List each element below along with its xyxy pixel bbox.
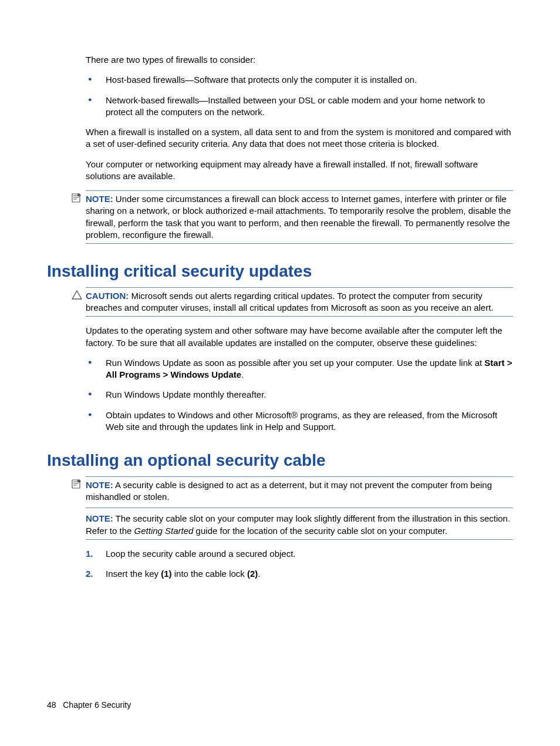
- note-1: NOTE: A security cable is designed to ac…: [86, 477, 513, 506]
- note-icon: [72, 479, 82, 489]
- body-text: Your computer or networking equipment ma…: [86, 159, 513, 183]
- list-text: .: [241, 369, 244, 379]
- note-body: A security cable is designed to act as a…: [86, 480, 492, 502]
- page-number: 48: [47, 700, 56, 710]
- note-icon: [72, 193, 82, 203]
- security-cable-body: NOTE: A security cable is designed to ac…: [86, 476, 513, 580]
- page-footer: 48 Chapter 6 Security: [47, 700, 131, 711]
- firewall-intro: There are two types of firewalls to cons…: [86, 54, 513, 244]
- document-page: There are two types of firewalls to cons…: [0, 0, 560, 746]
- step-text: Insert the key: [106, 569, 161, 579]
- note-label: NOTE:: [86, 480, 113, 490]
- step-text: into the cable lock: [172, 569, 247, 579]
- heading-critical-updates: Installing critical security updates: [47, 260, 513, 283]
- step-text: .: [258, 569, 260, 579]
- note-group: NOTE: A security cable is designed to ac…: [86, 476, 513, 540]
- list-item: Obtain updates to Windows and other Micr…: [86, 409, 513, 434]
- guide-name: Getting Started: [134, 526, 194, 536]
- caution-callout: CAUTION: Microsoft sends out alerts rega…: [86, 287, 513, 317]
- ref-num: (1): [161, 569, 171, 579]
- chapter-label: Chapter 6 Security: [63, 700, 131, 710]
- caution-icon: [72, 290, 82, 300]
- list-item: Run Windows Update as soon as possible a…: [86, 357, 513, 381]
- ref-num: (2): [247, 569, 258, 579]
- note-body: guide for the location of the security c…: [193, 526, 447, 536]
- intro-text: There are two types of firewalls to cons…: [86, 54, 513, 66]
- guidelines-list: Run Windows Update as soon as possible a…: [86, 357, 513, 433]
- caution-label: CAUTION:: [86, 291, 129, 301]
- list-item: Network-based firewalls—Installed betwee…: [86, 95, 513, 119]
- firewall-types-list: Host-based firewalls—Software that prote…: [86, 74, 513, 118]
- note-label: NOTE:: [86, 513, 113, 523]
- body-text: Updates to the operating system and othe…: [86, 325, 513, 349]
- note-label: NOTE:: [86, 194, 113, 204]
- caution-body: Microsoft sends out alerts regarding cri…: [86, 291, 493, 312]
- step-item: Insert the key (1) into the cable lock (…: [86, 568, 513, 580]
- list-text: Run Windows Update as soon as possible a…: [106, 358, 484, 368]
- list-item: Run Windows Update monthly thereafter.: [86, 389, 513, 401]
- heading-security-cable: Installing an optional security cable: [47, 449, 513, 472]
- list-item: Host-based firewalls—Software that prote…: [86, 74, 513, 86]
- note-body-text: Under some circumstances a firewall can …: [86, 194, 511, 240]
- step-item: Loop the security cable around a secured…: [86, 548, 513, 560]
- critical-updates-body: CAUTION: Microsoft sends out alerts rega…: [86, 287, 513, 433]
- install-steps: Loop the security cable around a secured…: [86, 548, 513, 580]
- body-text: When a firewall is installed on a system…: [86, 126, 513, 150]
- note-callout: NOTE: Under some circumstances a firewal…: [86, 190, 513, 244]
- note-2: NOTE: The security cable slot on your co…: [86, 508, 513, 539]
